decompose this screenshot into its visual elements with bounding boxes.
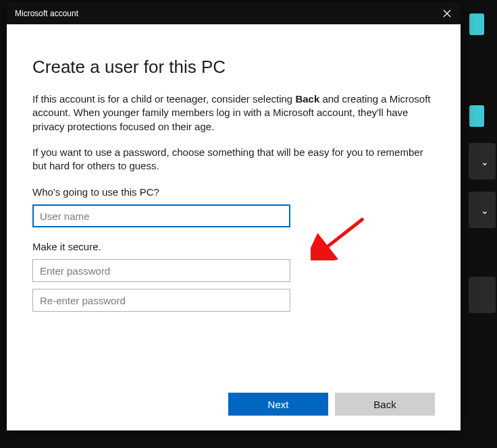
password-input[interactable] xyxy=(32,259,290,282)
chevron-down-icon: ⌄ xyxy=(481,205,489,216)
intro-paragraph-2: If you want to use a password, choose so… xyxy=(32,146,435,173)
secure-label: Make it secure. xyxy=(32,241,435,252)
username-label: Who's going to use this PC? xyxy=(32,186,435,198)
dialog-content: Create a user for this PC If this accoun… xyxy=(7,24,461,430)
next-button[interactable]: Next xyxy=(228,393,328,416)
bg-tile xyxy=(469,13,484,35)
annotation-arrow xyxy=(311,213,371,260)
close-button[interactable] xyxy=(434,3,461,24)
window-title: Microsoft account xyxy=(15,9,78,18)
dialog-buttons: Next Back xyxy=(228,393,435,416)
back-button[interactable]: Back xyxy=(335,393,435,416)
close-icon xyxy=(443,9,451,18)
bg-panel xyxy=(469,277,496,313)
username-input[interactable] xyxy=(32,204,290,227)
titlebar: Microsoft account xyxy=(7,3,461,24)
intro-1-bold: Back xyxy=(295,93,319,105)
bg-tile xyxy=(469,105,484,127)
intro-paragraph-1: If this account is for a child or teenag… xyxy=(32,92,435,134)
account-dialog: Microsoft account Create a user for this… xyxy=(7,3,461,430)
confirm-password-input[interactable] xyxy=(32,289,290,312)
chevron-down-icon: ⌄ xyxy=(481,157,489,167)
intro-1-pre: If this account is for a child or teenag… xyxy=(32,93,295,105)
page-title: Create a user for this PC xyxy=(32,57,435,78)
